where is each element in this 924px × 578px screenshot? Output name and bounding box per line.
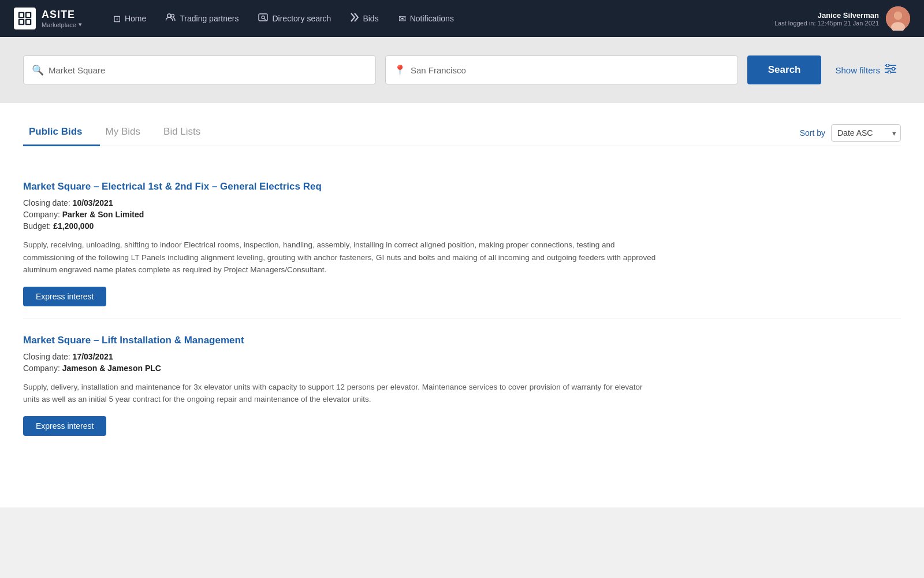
bid-item-1: Market Square – Electrical 1st & 2nd Fix… <box>23 165 901 318</box>
directory-search-icon <box>258 13 268 24</box>
bid-company-name-1: Parker & Son Limited <box>62 210 144 219</box>
svg-rect-10 <box>259 14 267 21</box>
notifications-icon: ✉ <box>398 13 406 24</box>
express-interest-btn-2[interactable]: Express interest <box>23 416 106 436</box>
main-content: Public Bids My Bids Bid Lists Sort by Da… <box>0 103 924 507</box>
bid-closing-2: Closing date: 17/03/2021 <box>23 352 901 361</box>
search-icon: 🔍 <box>32 64 44 76</box>
logo[interactable]: ASITE Marketplace ▾ <box>14 8 82 29</box>
user-name: Janice Silverman <box>774 11 879 20</box>
bid-budget-1: Budget: £1,200,000 <box>23 221 901 231</box>
brand-subtitle: Marketplace ▾ <box>42 21 82 28</box>
home-icon: ⊡ <box>113 13 121 24</box>
avatar <box>886 6 910 31</box>
show-filters-label: Show filters <box>835 65 880 75</box>
brand-name: ASITE <box>42 9 82 21</box>
show-filters-button[interactable]: Show filters <box>830 64 901 76</box>
nav-home-label: Home <box>125 14 146 23</box>
nav-directory-search-label: Directory search <box>272 14 331 23</box>
search-button[interactable]: Search <box>747 55 822 84</box>
bid-company-2: Company: Jameson & Jameson PLC <box>23 364 901 373</box>
bids-icon <box>351 13 359 24</box>
filter-icon <box>885 64 896 76</box>
bid-closing-label-2: Closing date: <box>23 352 70 361</box>
tabs-row: Public Bids My Bids Bid Lists Sort by Da… <box>23 120 901 146</box>
navbar: ASITE Marketplace ▾ ⊡ Home Trading partn… <box>0 0 924 37</box>
location-icon: 📍 <box>394 64 406 76</box>
bid-title-1[interactable]: Market Square – Electrical 1st & 2nd Fix… <box>23 181 901 192</box>
svg-point-9 <box>172 14 174 17</box>
bid-description-2: Supply, delivery, installation and maint… <box>23 381 658 406</box>
tab-my-bids[interactable]: My Bids <box>100 120 158 146</box>
keyword-input[interactable] <box>49 65 367 75</box>
logo-icon <box>14 8 36 29</box>
nav-notifications-label: Notifications <box>410 14 454 23</box>
trading-partners-icon <box>166 13 176 24</box>
svg-rect-5 <box>27 13 30 17</box>
svg-point-16 <box>894 12 902 20</box>
nav-directory-search[interactable]: Directory search <box>250 9 339 29</box>
svg-point-8 <box>167 14 171 17</box>
sort-wrap: Sort by Date ASC Date DESC Name ASC Name… <box>800 124 901 142</box>
nav-notifications[interactable]: ✉ Notifications <box>390 9 462 29</box>
bid-closing-date-1: 10/03/2021 <box>73 198 113 208</box>
bid-closing-1: Closing date: 10/03/2021 <box>23 198 901 208</box>
user-info: Janice Silverman Last logged in: 12:45pm… <box>774 11 879 27</box>
sort-select-wrap: Date ASC Date DESC Name ASC Name DESC <box>831 124 901 142</box>
bid-company-name-2: Jameson & Jameson PLC <box>62 364 161 373</box>
bid-description-1: Supply, receiving, unloading, shifting t… <box>23 239 658 276</box>
bid-title-2[interactable]: Market Square – Lift Installation & Mana… <box>23 335 901 346</box>
bid-budget-label-1: Budget: <box>23 221 51 231</box>
bid-company-label-2: Company: <box>23 364 60 373</box>
sort-select[interactable]: Date ASC Date DESC Name ASC Name DESC <box>831 124 901 142</box>
svg-rect-6 <box>20 20 23 24</box>
bid-item-2: Market Square – Lift Installation & Mana… <box>23 318 901 447</box>
logo-text: ASITE Marketplace ▾ <box>42 9 82 28</box>
user-last-login: Last logged in: 12:45pm 21 Jan 2021 <box>774 20 879 27</box>
nav-home[interactable]: ⊡ Home <box>105 9 154 29</box>
sort-label: Sort by <box>800 128 825 138</box>
nav-user: Janice Silverman Last logged in: 12:45pm… <box>774 6 910 31</box>
tab-bid-lists[interactable]: Bid Lists <box>158 120 218 146</box>
tab-public-bids[interactable]: Public Bids <box>23 120 100 146</box>
nav-trading-partners-label: Trading partners <box>180 14 239 23</box>
svg-point-11 <box>262 16 264 18</box>
svg-point-20 <box>886 64 889 67</box>
nav-bids-label: Bids <box>363 14 378 23</box>
bid-company-1: Company: Parker & Son Limited <box>23 210 901 219</box>
bid-closing-date-2: 17/03/2021 <box>73 352 113 361</box>
express-interest-btn-1[interactable]: Express interest <box>23 287 106 306</box>
search-area: 🔍 📍 Search Show filters <box>0 37 924 103</box>
bid-company-label-1: Company: <box>23 210 60 219</box>
svg-point-22 <box>888 71 891 73</box>
svg-point-21 <box>892 67 895 70</box>
location-input[interactable] <box>411 65 729 75</box>
bid-closing-label-1: Closing date: <box>23 198 70 208</box>
nav-bids[interactable]: Bids <box>342 8 386 29</box>
svg-rect-4 <box>20 13 23 17</box>
location-input-wrap: 📍 <box>385 55 738 84</box>
bid-budget-value-1: £1,200,000 <box>53 221 94 231</box>
nav-links: ⊡ Home Trading partners <box>105 8 774 29</box>
nav-trading-partners[interactable]: Trading partners <box>158 9 247 28</box>
svg-line-12 <box>264 18 266 20</box>
svg-rect-7 <box>27 20 30 24</box>
tabs: Public Bids My Bids Bid Lists <box>23 120 800 146</box>
keyword-input-wrap: 🔍 <box>23 55 376 84</box>
